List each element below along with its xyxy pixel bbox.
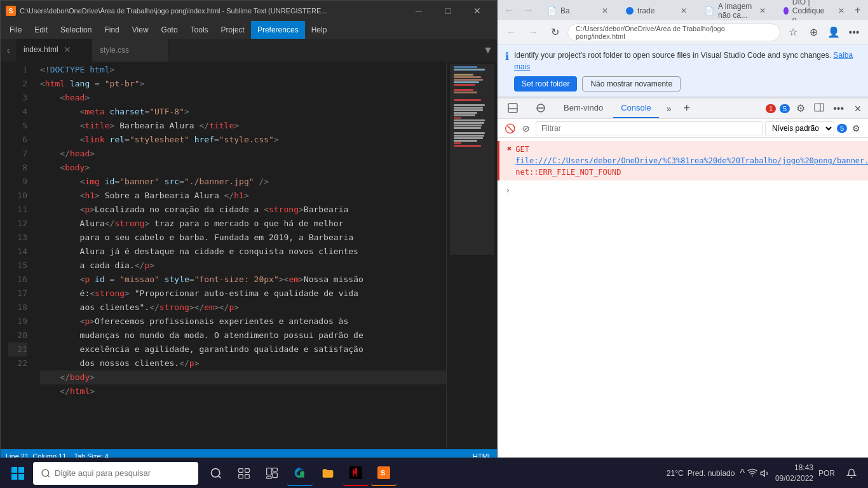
close-button[interactable]: ✕: [463, 1, 492, 21]
browser-tab-close[interactable]: ✕: [681, 6, 687, 15]
tab-icon: [783, 7, 789, 15]
console-filter-toggle[interactable]: ⊘: [519, 121, 533, 135]
tab-style-css[interactable]: style.css: [92, 39, 168, 62]
menu-edit[interactable]: Edit: [28, 21, 54, 39]
clock[interactable]: 18:43 09/02/2022: [775, 463, 813, 484]
browser-tab-img[interactable]: 📄 A imagem não ca... ✕: [697, 1, 773, 20]
browser-back-button[interactable]: ←: [500, 1, 518, 19]
menu-tools[interactable]: Tools: [184, 21, 215, 39]
svg-point-10: [42, 470, 49, 477]
menu-find[interactable]: Find: [98, 21, 125, 39]
devtools-tab-welcome[interactable]: Bem-vindo: [556, 98, 611, 118]
svg-rect-21: [267, 477, 272, 478]
console-settings-icon[interactable]: ⚙: [850, 123, 863, 133]
nav-back-button[interactable]: ←: [503, 24, 520, 41]
svg-line-11: [48, 475, 50, 477]
browser-tab-trade[interactable]: trade ✕: [618, 1, 695, 20]
error-text: GET file:///C:/Users/debor/OneDrive/%C3%…: [515, 144, 868, 178]
sublime-titlebar: S C:\Users\debor\OneDrive\Área de Trabal…: [1, 1, 497, 21]
info-message: Identify your project's root folder to o…: [514, 50, 860, 72]
set-root-folder-button[interactable]: Set root folder: [514, 76, 577, 92]
tray-expand-icon[interactable]: ^: [740, 468, 745, 479]
error-icon: ✖: [507, 144, 512, 153]
start-button[interactable]: [5, 461, 31, 486]
console-content: ✖ GET file:///C:/Users/debor/OneDrive/%C…: [498, 138, 868, 458]
taskbar-icon-sublime[interactable]: S: [371, 461, 397, 486]
browser-tab-dio[interactable]: DIO | Codifique o... ✕: [776, 1, 852, 20]
taskbar-icon-files[interactable]: [315, 461, 341, 486]
tab-label: style.css: [100, 46, 129, 55]
browser-tab-close[interactable]: ✕: [759, 6, 766, 15]
new-tab-button[interactable]: +: [855, 1, 860, 19]
browser-star-button[interactable]: ☆: [784, 24, 802, 41]
search-input[interactable]: [55, 468, 191, 478]
address-bar[interactable]: C:/Users/debor/OneDrive/Área de Trabalho…: [567, 24, 780, 41]
tab-close-button[interactable]: ✕: [64, 44, 71, 55]
console-clear-button[interactable]: 🚫: [503, 121, 517, 135]
browser-forward-button[interactable]: →: [519, 1, 537, 19]
taskbar-icon-task-view[interactable]: [231, 461, 257, 486]
menu-project[interactable]: Project: [215, 21, 251, 39]
tab-prev-button[interactable]: ‹: [1, 39, 16, 62]
devtools-panel: Bem-vindo Console » + 1 5 ⚙: [498, 97, 868, 458]
browser-collections-button[interactable]: ⊕: [804, 24, 822, 41]
tab-list-button[interactable]: ▼: [479, 39, 497, 62]
code-editor[interactable]: <!DOCTYPE html> <html lang = "pt-br"> <h…: [32, 62, 446, 449]
taskbar-icon-edge[interactable]: [287, 461, 313, 486]
dont-show-again-button[interactable]: Não mostrar novamente: [582, 76, 681, 92]
svg-rect-19: [273, 468, 278, 471]
svg-rect-8: [11, 474, 17, 480]
info-icon: ℹ: [505, 50, 509, 62]
svg-rect-9: [18, 474, 24, 480]
taskbar-right: 21°C Pred. nublado ^ 18:43 09/02/2022 PO…: [667, 462, 863, 485]
browser-win-controls: ─ □ ✕: [863, 0, 868, 20]
devtools-more-options-icon[interactable]: •••: [831, 103, 846, 114]
devtools-tab-console[interactable]: Console: [613, 98, 659, 118]
sublime-icon: S: [6, 6, 16, 16]
error-url-link[interactable]: file:///C:/Users/debor/OneDrive/%C3%81re…: [515, 156, 868, 165]
nav-refresh-button[interactable]: ↻: [546, 24, 564, 41]
menu-preferences[interactable]: Preferences: [251, 21, 305, 39]
taskbar-icon-search[interactable]: [203, 461, 229, 486]
info-learn-more-link[interactable]: Saiba mais: [514, 51, 853, 71]
taskbar-search[interactable]: [33, 462, 198, 485]
menu-help[interactable]: Help: [305, 21, 334, 39]
taskbar-icon-netflix[interactable]: [343, 461, 369, 486]
menu-selection[interactable]: Selection: [54, 21, 98, 39]
devtools-add-button[interactable]: +: [679, 101, 695, 116]
devtools-more-tabs[interactable]: »: [661, 104, 677, 114]
nav-forward-button[interactable]: →: [524, 24, 542, 41]
browser-profile-button[interactable]: 👤: [825, 24, 843, 41]
error-suffix: net::ERR_FILE_NOT_FOUND: [515, 168, 621, 177]
tab-icon: 📄: [705, 6, 714, 15]
tab-label: Bem-vindo: [564, 103, 603, 112]
browser-menu-button[interactable]: •••: [845, 24, 863, 41]
line-numbers: 12345 678910 1112131415 1617181920 2122: [1, 62, 32, 449]
devtools-settings-icon[interactable]: ⚙: [794, 102, 808, 114]
menu-goto[interactable]: Goto: [155, 21, 184, 39]
console-level-select[interactable]: Níveis padrão: [765, 121, 834, 135]
taskbar-icon-widgets[interactable]: [259, 461, 285, 486]
menu-file[interactable]: File: [3, 21, 28, 39]
devtools-close-button[interactable]: ✕: [850, 104, 865, 114]
minimize-button[interactable]: ─: [404, 1, 433, 21]
tab-label: index.html: [24, 45, 58, 54]
browser-toolbar: ← → ↻ C:/Users/debor/OneDrive/Área de Tr…: [498, 20, 868, 44]
browser-tab-close[interactable]: ✕: [838, 6, 844, 15]
browser-minimize[interactable]: ─: [863, 0, 868, 20]
maximize-button[interactable]: □: [433, 1, 463, 21]
devtools-dock-icon[interactable]: [500, 98, 526, 118]
tab-label: A imagem não ca...: [718, 2, 756, 20]
tab-index-html[interactable]: index.html ✕: [16, 39, 92, 62]
menu-view[interactable]: View: [126, 21, 155, 39]
browser-tab-ba[interactable]: 📄 Ba ✕: [539, 1, 616, 20]
svg-rect-4: [815, 104, 824, 111]
browser-tab-close[interactable]: ✕: [602, 6, 608, 15]
console-filter-input[interactable]: [536, 121, 763, 135]
console-error-entry[interactable]: ✖ GET file:///C:/Users/debor/OneDrive/%C…: [498, 141, 868, 180]
notification-button[interactable]: [840, 462, 863, 485]
devtools-dock-right-icon[interactable]: [811, 102, 827, 115]
minimap[interactable]: [446, 62, 497, 449]
taskbar-icons: S: [203, 461, 397, 486]
devtools-block-icon[interactable]: [528, 98, 553, 118]
